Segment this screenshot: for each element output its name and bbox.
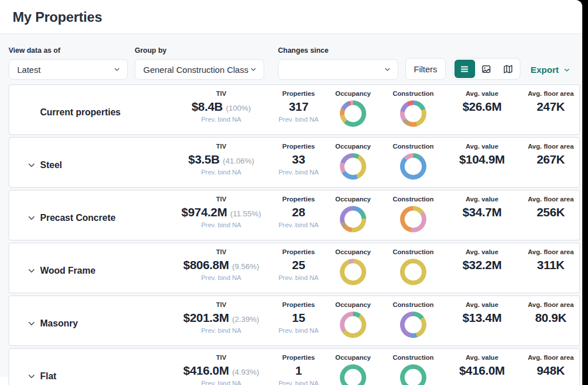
avg-floor-area-value: 256K <box>536 205 565 219</box>
avg-floor-area-cell: Avg. floor area 948K <box>519 354 580 385</box>
list-view-button[interactable] <box>454 60 475 78</box>
tiv-prev-bind: Prev. bind NA <box>201 221 241 228</box>
changes-since-select[interactable] <box>278 59 398 80</box>
row-expand-chevron[interactable] <box>28 320 36 328</box>
avg-value: $104.9M <box>459 153 505 166</box>
occupancy-cell: Occupancy <box>324 301 382 345</box>
donut-hole <box>344 263 362 281</box>
properties-value: 25 <box>292 258 305 272</box>
tiv-value: $8.4B (100%) <box>191 100 251 114</box>
group-by-select[interactable]: General Construction Class <box>135 59 264 80</box>
avg-value-column-header: Avg. value <box>465 143 498 150</box>
occupancy-column-header: Occupancy <box>335 248 371 255</box>
group-name: Masonry <box>40 318 78 329</box>
tiv-cell: TIV $201.3M (2.39%) Prev. bind NA <box>170 301 273 345</box>
properties-cell: Properties 317 Prev. bind NA <box>273 90 324 134</box>
filter-bar: View data as of Latest Group by General … <box>0 34 582 80</box>
filter-group-view-data: View data as of Latest <box>9 46 128 80</box>
occupancy-donut <box>340 153 366 180</box>
image-view-button[interactable] <box>476 60 497 78</box>
property-group-row: Flat TIV $416.0M (4.93%) Prev. bind NA P… <box>9 348 580 385</box>
properties-value: 15 <box>292 311 305 325</box>
content-area: View data as of Latest Group by General … <box>0 34 582 377</box>
occupancy-cell: Occupancy <box>324 143 382 187</box>
tiv-column-header: TIV <box>216 90 226 97</box>
group-by-label: Group by <box>135 46 271 55</box>
avg-floor-area-column-header: Avg. floor area <box>528 301 574 308</box>
tiv-column-header: TIV <box>216 301 226 308</box>
occupancy-donut <box>340 100 366 127</box>
filter-group-changes-since: Changes since <box>278 46 398 80</box>
view-toggle-group <box>453 58 520 80</box>
tiv-prev-bind: Prev. bind NA <box>201 116 241 123</box>
tiv-value: $3.5B (41.06%) <box>189 153 254 166</box>
filter-group-group-by: Group by General Construction Class <box>135 46 271 80</box>
occupancy-column-header: Occupancy <box>335 354 371 361</box>
tiv-cell: TIV $8.4B (100%) Prev. bind NA <box>170 90 273 134</box>
occupancy-cell: Occupancy <box>324 90 382 134</box>
page-title: My Properties <box>13 9 570 25</box>
group-name-cell: Wood Frame <box>9 248 170 293</box>
avg-value: $26.6M <box>462 100 501 114</box>
export-dropdown[interactable]: Export <box>531 65 570 75</box>
map-view-button[interactable] <box>498 60 519 78</box>
my-properties-page: My Properties View data as of Latest Gro… <box>0 0 582 385</box>
group-name-cell: Steel <box>9 143 170 187</box>
donut-hole <box>405 211 422 228</box>
avg-value: $13.4M <box>462 311 501 325</box>
filters-button[interactable]: Filters <box>405 58 446 80</box>
properties-value: 33 <box>292 153 305 166</box>
list-icon <box>460 64 469 74</box>
properties-value: 28 <box>292 205 305 219</box>
occupancy-column-header: Occupancy <box>335 90 371 97</box>
occupancy-cell: Occupancy <box>324 248 382 293</box>
chevron-down-icon <box>250 66 257 73</box>
donut-hole <box>405 369 422 385</box>
row-expand-chevron[interactable] <box>28 214 36 222</box>
tiv-column-header: TIV <box>216 143 226 150</box>
row-expand-chevron[interactable] <box>28 372 36 380</box>
view-data-as-of-select[interactable]: Latest <box>9 59 128 80</box>
tiv-percent: (9.56%) <box>232 262 259 271</box>
property-group-row: Current properties TIV $8.4B (100%) Prev… <box>9 84 580 135</box>
group-name-cell: Current properties <box>9 90 170 134</box>
avg-value-column-header: Avg. value <box>465 354 498 361</box>
avg-floor-area-column-header: Avg. floor area <box>528 248 574 255</box>
construction-column-header: Construction <box>393 354 434 361</box>
construction-cell: Construction <box>382 248 445 293</box>
donut-hole <box>344 158 362 175</box>
avg-floor-area-column-header: Avg. floor area <box>528 196 574 203</box>
tiv-cell: TIV $3.5B (41.06%) Prev. bind NA <box>170 143 273 187</box>
occupancy-donut <box>340 206 366 232</box>
changes-since-label: Changes since <box>278 46 398 55</box>
chevron-down-icon <box>384 66 391 73</box>
construction-cell: Construction <box>382 301 445 345</box>
avg-floor-area-value: 267K <box>536 153 565 166</box>
avg-value: $34.7M <box>462 205 501 219</box>
tiv-prev-bind: Prev. bind NA <box>201 380 241 385</box>
properties-column-header: Properties <box>283 196 315 203</box>
donut-hole <box>405 263 422 281</box>
properties-cell: Properties 28 Prev. bind NA <box>273 196 324 240</box>
construction-donut <box>400 259 426 285</box>
tiv-column-header: TIV <box>216 248 226 255</box>
tiv-value: $201.3M (2.39%) <box>183 311 259 325</box>
avg-value-column-header: Avg. value <box>465 248 498 255</box>
donut-hole <box>405 105 422 122</box>
avg-value: $416.0M <box>459 364 505 378</box>
avg-floor-area-cell: Avg. floor area 267K <box>519 143 580 187</box>
row-expand-chevron[interactable] <box>28 161 36 169</box>
tiv-prev-bind: Prev. bind NA <box>201 169 241 176</box>
row-expand-chevron[interactable] <box>28 267 36 275</box>
tiv-column-header: TIV <box>216 354 226 361</box>
properties-prev-bind: Prev. bind NA <box>279 327 319 334</box>
occupancy-donut <box>340 312 366 338</box>
tiv-value: $416.0M (4.93%) <box>183 364 259 378</box>
tiv-percent: (11.55%) <box>230 209 261 218</box>
group-by-value: General Construction Class <box>143 65 248 75</box>
map-icon <box>503 64 513 74</box>
construction-donut <box>400 364 426 385</box>
tiv-prev-bind: Prev. bind NA <box>201 274 241 281</box>
avg-value-cell: Avg. value $104.9M <box>445 143 519 187</box>
avg-value-cell: Avg. value $34.7M <box>445 196 519 240</box>
